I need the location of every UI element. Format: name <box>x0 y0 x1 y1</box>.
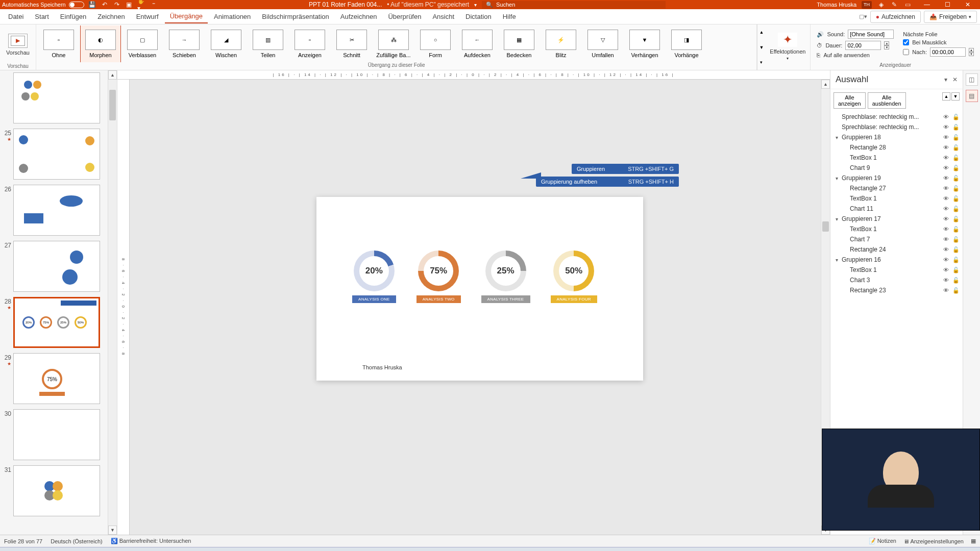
lock-icon[interactable]: 🔓 <box>952 216 960 222</box>
excel-icon[interactable]: X <box>448 549 471 552</box>
app-icon[interactable]: ◈ <box>877 1 885 9</box>
save-icon[interactable]: 💾 <box>88 1 96 9</box>
callout-group[interactable]: GruppierenSTRG +SHIFT+ G <box>572 164 679 174</box>
redo-icon[interactable]: ↷ <box>113 1 121 9</box>
chevron-icon[interactable]: ▾ <box>834 216 840 222</box>
qat-more-icon[interactable]: ⁼ <box>150 1 158 9</box>
selection-item[interactable]: Chart 11👁🔓 <box>830 204 963 214</box>
scroll-thumb[interactable] <box>822 221 829 232</box>
spin-up-icon[interactable]: ▲ <box>884 41 889 45</box>
thumb-preview[interactable]: 20%75%25%50% <box>13 297 100 348</box>
app-icon[interactable]: 📷 <box>190 549 212 552</box>
gallery-down-icon[interactable]: ▼ <box>757 40 765 55</box>
transition-ohne[interactable]: ▫Ohne <box>38 26 79 62</box>
selection-item[interactable]: ▾Gruppieren 17👁🔓 <box>830 214 963 224</box>
slide-thumb[interactable]: 28★20%75%25%50% <box>1 297 106 348</box>
user-name[interactable]: Thomas Hruska <box>817 2 856 8</box>
notes-button[interactable]: 📝 Notizen <box>869 538 896 544</box>
scroll-thumb[interactable] <box>109 90 116 120</box>
selection-item[interactable]: TextBox 1👁🔓 <box>830 224 963 234</box>
selection-item[interactable]: Chart 9👁🔓 <box>830 163 963 173</box>
lock-icon[interactable]: 🔓 <box>952 226 960 233</box>
tab-dictation[interactable]: Dictation <box>460 10 497 23</box>
tab-bildschirmpräsentation[interactable]: Bildschirmpräsentation <box>257 10 334 23</box>
donut-chart[interactable]: 20%ANALYSIS ONE <box>352 251 396 303</box>
slide-thumb[interactable] <box>1 72 106 123</box>
app-icon[interactable]: ⬤ <box>307 549 330 552</box>
close-icon[interactable]: ✕ <box>952 76 958 83</box>
selection-item[interactable]: Rectangle 28👁🔓 <box>830 142 963 153</box>
maximize-button[interactable]: ☐ <box>937 0 958 9</box>
tab-start[interactable]: Start <box>30 10 54 23</box>
move-up-icon[interactable]: ▲ <box>942 92 950 101</box>
donut-chart[interactable]: 75%ANALYSIS TWO <box>416 251 461 303</box>
chevron-icon[interactable]: ▾ <box>834 135 840 140</box>
selection-item[interactable]: ▾Gruppieren 16👁🔓 <box>830 255 963 265</box>
eye-icon[interactable]: 👁 <box>943 257 950 263</box>
draw-icon[interactable]: ✎ <box>890 1 898 9</box>
lock-icon[interactable]: 🔓 <box>952 144 960 151</box>
tab-hilfe[interactable]: Hilfe <box>498 10 521 23</box>
slide-thumb[interactable]: 26 <box>1 185 106 236</box>
lock-icon[interactable]: 🔓 <box>952 155 960 161</box>
eye-icon[interactable]: 👁 <box>943 195 950 202</box>
thumb-preview[interactable] <box>13 241 100 292</box>
transition-aufdecken[interactable]: ←Aufdecken <box>457 26 498 62</box>
user-avatar[interactable]: TH <box>862 1 872 9</box>
eye-icon[interactable]: 👁 <box>943 114 950 120</box>
toggle-off-icon[interactable] <box>69 2 84 8</box>
selection-item[interactable]: ▾Gruppieren 19👁🔓 <box>830 173 963 183</box>
firefox-icon[interactable]: 🦊 <box>49 549 71 552</box>
lock-icon[interactable]: 🔓 <box>952 124 960 131</box>
eye-icon[interactable]: 👁 <box>943 185 950 191</box>
powerpoint-icon[interactable]: P <box>119 549 142 552</box>
slide-counter[interactable]: Folie 28 von 77 <box>4 538 42 544</box>
tab-entwurf[interactable]: Entwurf <box>131 10 164 23</box>
callout-ungroup[interactable]: Gruppierung aufhebenSTRG +SHIFT+ H <box>536 177 679 187</box>
undo-icon[interactable]: ↶ <box>101 1 109 9</box>
lock-icon[interactable]: 🔓 <box>952 236 960 243</box>
app-icon[interactable]: ◯ <box>213 549 236 552</box>
after-input[interactable] <box>930 47 966 57</box>
explorer-icon[interactable]: 📁 <box>26 549 48 552</box>
chevron-down-icon[interactable]: ▾ <box>474 2 477 8</box>
eye-icon[interactable]: 👁 <box>943 226 950 232</box>
selection-item[interactable]: TextBox 1👁🔓 <box>830 153 963 163</box>
eye-icon[interactable]: 👁 <box>943 216 950 222</box>
collapse-ribbon-icon[interactable]: ▢▾ <box>859 13 867 20</box>
selection-item[interactable]: Rectangle 27👁🔓 <box>830 183 963 193</box>
lock-icon[interactable]: 🔓 <box>952 287 960 294</box>
slide-stage[interactable]: GruppierenSTRG +SHIFT+ G Gruppierung auf… <box>130 80 830 535</box>
lock-icon[interactable]: 🔓 <box>952 206 960 212</box>
lock-icon[interactable]: 🔓 <box>952 267 960 273</box>
transition-wischen[interactable]: ◢Wischen <box>206 26 247 62</box>
tab-zeichnen[interactable]: Zeichnen <box>92 10 130 23</box>
transition-verblassen[interactable]: ▢Verblassen <box>122 26 163 62</box>
thumb-preview[interactable] <box>13 409 100 460</box>
close-button[interactable]: ✕ <box>958 0 978 9</box>
rail-selection-icon[interactable]: ▤ <box>966 90 978 102</box>
autosave-toggle[interactable]: Automatisches Speichern <box>2 2 84 8</box>
app-icon[interactable]: 📊 <box>401 549 424 552</box>
app-icon[interactable]: 📋 <box>284 549 306 552</box>
scroll-up-icon[interactable]: ▲ <box>821 80 830 89</box>
slide-thumb[interactable]: 29★75% <box>1 353 106 404</box>
start-button[interactable]: ⊞ <box>2 549 24 552</box>
thumb-preview[interactable] <box>13 185 100 236</box>
lock-icon[interactable]: 🔓 <box>952 165 960 171</box>
tab-einfügen[interactable]: Einfügen <box>55 10 91 23</box>
onenote-icon[interactable]: N <box>237 549 259 552</box>
eye-icon[interactable]: 👁 <box>943 134 950 140</box>
lock-icon[interactable]: 🔓 <box>952 175 960 182</box>
eye-icon[interactable]: 👁 <box>943 246 950 253</box>
transition-umfallen[interactable]: ▽Umfallen <box>582 26 623 62</box>
transition-schieben[interactable]: →Schieben <box>164 26 205 62</box>
scroll-up-icon[interactable]: ▲ <box>108 70 117 80</box>
thumb-preview[interactable] <box>13 129 100 180</box>
transition-form[interactable]: ○Form <box>415 26 456 62</box>
selection-item[interactable]: Chart 3👁🔓 <box>830 275 963 285</box>
chevron-down-icon[interactable]: ▾ <box>944 76 947 83</box>
app-icon[interactable]: ◉ <box>354 549 377 552</box>
selection-item[interactable]: Rectangle 23👁🔓 <box>830 285 963 295</box>
tab-aufzeichnen[interactable]: Aufzeichnen <box>335 10 382 23</box>
